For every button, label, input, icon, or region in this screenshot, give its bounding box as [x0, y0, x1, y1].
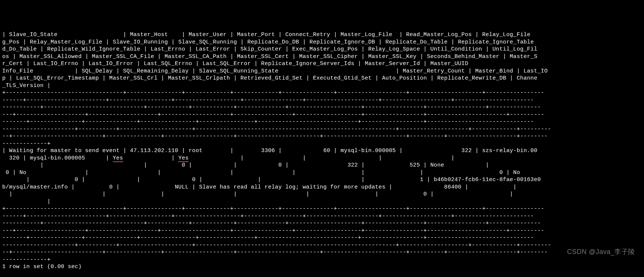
slave-io-running-yes: Yes — [113, 155, 123, 162]
watermark-text: CSDN @Java_李子陵 — [567, 248, 635, 256]
slave-sql-running-yes: Yes — [178, 155, 189, 162]
data-row-4: 0 | No | | | | | | 0 | No — [2, 170, 520, 176]
sep-line-7: --+--------------------------+----------… — [2, 133, 548, 139]
terminal-output: | Slave_IO_State | Master_Host | Master_… — [2, 31, 642, 271]
sep-line-b2: ------+-----------------------+---------… — [2, 213, 534, 219]
footer-line: 1 row in set (0.00 sec) — [2, 264, 82, 270]
data-row-3: | | 0 | | 0 | 322 | 525 | None | — [2, 162, 489, 168]
sep-line-2: ------+-----------------------+---------… — [2, 97, 534, 103]
sep-line-8: -------------+ — [2, 141, 50, 147]
header-line-3: d_Do_Table | Replicate_Wild_Ignore_Table… — [2, 46, 537, 52]
data-row-8: | — [2, 199, 50, 205]
sep-line-4: ---+--------------------+---------------… — [2, 112, 544, 118]
sep-line-5: -------+---------------+---------------+… — [2, 119, 534, 125]
data-row-5: | 0 | | 0 | | | 1 | b46b0247-fcb6-11ec-8… — [2, 177, 541, 183]
header-line-2: g_Pos | Relay_Master_Log_File | Slave_IO… — [2, 39, 534, 45]
sep-line-3: -----------+----------------------------… — [2, 104, 541, 110]
sep-line-b3: -----------+----------------------------… — [2, 220, 541, 226]
data-row-7: | | | | | | 0 | | — [2, 191, 513, 197]
header-line-1: | Slave_IO_State | Master_Host | Master_… — [2, 32, 530, 38]
sep-line-1: +----------------------------------+----… — [2, 90, 544, 96]
data-row-2-post: | | | | — [189, 155, 534, 161]
data-row-2-mid: | — [123, 155, 179, 161]
sep-line-b6: ---------------------+-----------+------… — [2, 242, 551, 248]
sep-line-b5: -------+---------------+---------------+… — [2, 235, 534, 241]
sep-line-6: ---------------------+-----------+------… — [2, 126, 551, 132]
data-row-1-post: 322 | szs-relay-bin.00 — [403, 148, 537, 154]
data-row-6: b/mysql/master.info | 0 | NULL | Slave h… — [2, 184, 517, 190]
header-line-5: r_Cert | Last_IO_Errno | Last_IO_Error |… — [2, 61, 468, 67]
header-line-7: p | Last_SQL_Error_Timestamp | Master_SS… — [2, 75, 537, 81]
data-row-2-pre: 320 | mysql-bin.000005 | — [2, 155, 113, 161]
sep-line-b7: --+--------------------------+----------… — [2, 249, 548, 255]
header-line-4: os | Master_SSL_Allowed | Master_SSL_CA_… — [2, 54, 537, 60]
sep-line-b1: +----------------------------------+----… — [2, 206, 544, 212]
header-line-8: _TLS_Version | — [2, 83, 50, 89]
sep-line-b8: -------------+ — [2, 257, 50, 263]
sep-line-b4: ---+--------------------+---------------… — [2, 228, 544, 234]
data-row-1-pre: | Waiting for master to send event | 47.… — [2, 148, 403, 154]
header-line-6: Info_File | SQL_Delay | SQL_Remaining_De… — [2, 68, 548, 74]
